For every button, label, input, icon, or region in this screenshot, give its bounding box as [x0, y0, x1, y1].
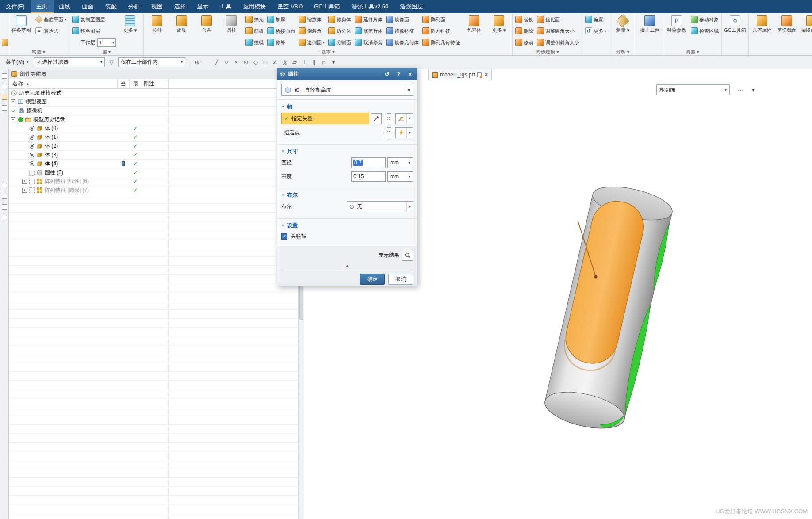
- part-navigator-header[interactable]: 部件导航器: [9, 69, 304, 79]
- check-region-button[interactable]: 检查区域: [689, 25, 720, 37]
- menu-item-xingkong[interactable]: 星空 V8.0: [272, 0, 308, 13]
- expand-icon[interactable]: +: [11, 99, 15, 104]
- specify-point-field[interactable]: 指定点: [281, 127, 382, 138]
- thicken-button[interactable]: 加厚: [265, 14, 297, 25]
- collapse-icon[interactable]: −: [11, 117, 15, 122]
- view-palette-icon[interactable]: [2, 183, 7, 188]
- menu-item-view[interactable]: 视图: [146, 0, 169, 13]
- axis-section-header[interactable]: ▼ 轴: [277, 101, 417, 113]
- quadrant-snap-icon[interactable]: ◇: [251, 58, 260, 67]
- extrude-button[interactable]: 拉伸: [145, 14, 169, 48]
- menu-item-tools[interactable]: 工具: [214, 0, 237, 13]
- tree-row-body-1[interactable]: 体 (1)✓: [9, 133, 298, 142]
- cylinder-button[interactable]: 圆柱: [219, 14, 244, 48]
- menu-item-home[interactable]: 主页: [31, 0, 54, 13]
- task-sketch-button[interactable]: 任务草图: [9, 14, 34, 48]
- column-latest[interactable]: 最: [129, 79, 142, 88]
- divide-face-button[interactable]: 分割面: [326, 37, 353, 48]
- untrim-button[interactable]: 取消修剪: [353, 37, 384, 48]
- gc-toolbox-button[interactable]: ⚙GC工具箱: [723, 14, 747, 48]
- move-face-button[interactable]: 移动: [513, 37, 535, 48]
- resize-blend-button[interactable]: 调整圆角大小: [535, 25, 581, 37]
- work-layer-input[interactable]: 1▾: [97, 38, 116, 47]
- unite-button[interactable]: 合并: [194, 14, 219, 48]
- menu-item-surface[interactable]: 曲面: [77, 0, 100, 13]
- menu-item-file[interactable]: 文件(F): [0, 0, 31, 13]
- ok-button[interactable]: 确定: [360, 274, 385, 285]
- expand-icon[interactable]: +: [22, 188, 27, 193]
- dialog-close-button[interactable]: ×: [406, 70, 414, 78]
- draft-button[interactable]: 拔模: [244, 37, 265, 48]
- tab-model1-igs[interactable]: model1_igs.prt ×: [428, 69, 492, 80]
- menu-item-haoqiang-tools[interactable]: 浩强工具v2.60: [345, 0, 394, 13]
- column-name[interactable]: 名称 ▲: [9, 80, 117, 88]
- tree-row-body-3[interactable]: 体 (3)✓: [9, 151, 298, 160]
- clip-section-button[interactable]: 剪切截面: [774, 14, 799, 48]
- extract-button[interactable]: 抽取(原草: [799, 14, 812, 48]
- close-part-button[interactable]: [0, 14, 8, 25]
- layer-more-button[interactable]: 更多 ▾: [118, 14, 142, 48]
- cancel-button[interactable]: 取消: [388, 274, 413, 285]
- point-dialog-button[interactable]: ∷: [383, 127, 394, 138]
- measure-button[interactable]: 测量 ▾: [610, 14, 635, 48]
- diameter-input[interactable]: 0.7: [351, 157, 386, 168]
- settings-section-header[interactable]: ▼ 设置: [277, 220, 417, 232]
- datum-plane-button[interactable]: 基准平面▾: [34, 14, 68, 25]
- menu-item-application-modules[interactable]: 应用模块: [237, 0, 272, 13]
- toolbar-overflow-button[interactable]: ⋯: [735, 84, 747, 95]
- offset-more-button[interactable]: ↺更多▾: [583, 25, 608, 37]
- face-rule-dropdown[interactable]: 相切面 ▾: [656, 84, 730, 95]
- cylinder-model[interactable]: [541, 180, 677, 435]
- boolean-section-header[interactable]: ▼ 布尔: [277, 189, 417, 201]
- expand-icon[interactable]: +: [22, 179, 27, 184]
- pattern-face-button[interactable]: 阵列面: [421, 14, 462, 25]
- height-unit-dropdown[interactable]: mm ▾: [387, 171, 413, 182]
- mid-point-snap-icon[interactable]: ○: [222, 58, 231, 67]
- axis-origin-point[interactable]: [594, 275, 598, 279]
- tangent-snap-icon[interactable]: ∩: [319, 58, 328, 67]
- bridge-surface-button[interactable]: 桥接曲面: [265, 25, 297, 37]
- tree-row-cylinder-5[interactable]: 圆柱 (5)✓: [9, 168, 298, 177]
- parallel-snap-icon[interactable]: ∥: [310, 58, 318, 67]
- dialog-help-button[interactable]: ?: [394, 70, 403, 78]
- expression-button[interactable]: =表达式: [34, 25, 68, 37]
- menu-item-assembly[interactable]: 装配: [100, 0, 123, 13]
- menu-item-select[interactable]: 选择: [169, 0, 192, 13]
- tree-row-body-2[interactable]: 体 (2)✓: [9, 142, 298, 151]
- trim-sheet-button[interactable]: 修剪片体: [353, 25, 384, 37]
- selection-filter-dropdown[interactable]: 无选择过滤器 ▾: [34, 57, 105, 67]
- boolean-dropdown[interactable]: ∅ 无 ▾: [347, 201, 413, 212]
- column-current[interactable]: 当: [117, 79, 129, 88]
- perpendicular-snap-icon[interactable]: ⊥: [300, 58, 309, 67]
- ribbon-group-label-synchronous-modeling[interactable]: 同步建模 ▾: [513, 48, 581, 55]
- menu-item-curve[interactable]: 曲线: [54, 0, 77, 13]
- history-palette-icon[interactable]: [2, 194, 7, 199]
- constraint-navigator-icon[interactable]: [2, 84, 7, 89]
- tree-row-pattern-linear-6[interactable]: +阵列特征 [线性] (6)✓: [9, 177, 298, 186]
- pattern-feature-button[interactable]: 阵列特征: [421, 25, 462, 37]
- ribbon-group-label-analysis[interactable]: 分析 ▾: [610, 48, 635, 55]
- shell-button[interactable]: 抽壳: [244, 14, 265, 25]
- offset-region-button[interactable]: 偏置: [583, 14, 608, 25]
- geometry-properties-button[interactable]: 几何属性: [750, 14, 774, 48]
- enable-snap-icon[interactable]: ⊕: [193, 58, 202, 67]
- patch-button[interactable]: 修补: [265, 37, 297, 48]
- base-more-button[interactable]: 更多 ▾: [486, 14, 511, 48]
- optimize-face-button[interactable]: 优化面: [535, 14, 581, 25]
- mirror-face-button[interactable]: 镜像面: [384, 14, 421, 25]
- ribbon-group-label-adjust[interactable]: 调整 ▾: [664, 48, 720, 55]
- scale-body-button[interactable]: 缩放体: [297, 14, 326, 25]
- end-point-snap-icon[interactable]: ╱: [212, 58, 221, 67]
- ribbon-group-label-layer[interactable]: 层 ▾: [70, 48, 142, 55]
- mirror-geometry-button[interactable]: 镜像几何体: [384, 37, 421, 48]
- reverse-vector-button[interactable]: [371, 113, 382, 124]
- filter-funnel-icon[interactable]: ▽: [107, 58, 116, 67]
- arc-center-snap-icon[interactable]: ⊙: [241, 58, 250, 67]
- ribbon-group-label-construct[interactable]: 构造 ▾: [9, 48, 68, 55]
- work-layer-button[interactable]: 工作层1▾: [70, 37, 118, 48]
- diameter-unit-dropdown[interactable]: mm ▾: [387, 157, 413, 168]
- point-snap-icon[interactable]: +: [203, 58, 211, 67]
- tree-row-pattern-circular-7[interactable]: +阵列特征 [圆形] (7)✓: [9, 186, 298, 195]
- menu-button[interactable]: 菜单(M) ▾: [2, 57, 32, 67]
- point-on-face-snap-icon[interactable]: ◎: [280, 58, 289, 67]
